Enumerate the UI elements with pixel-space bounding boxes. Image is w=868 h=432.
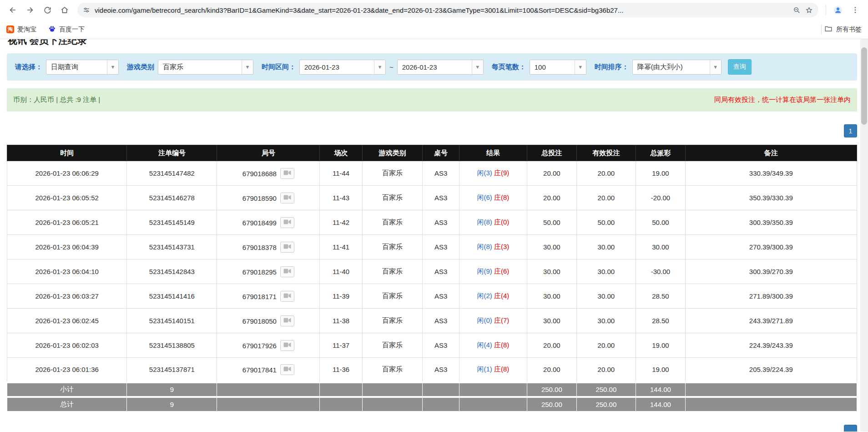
col-result: 结果 [459,145,527,161]
cell-valid-bet: 30.00 [576,284,636,309]
video-camera-icon [283,219,291,226]
bookmarks-divider [821,25,822,35]
cell-remark: 300.39/350.39 [685,210,857,235]
summary-empty-cell [423,382,459,397]
cell-total-bet[interactable]: 30.00 [527,309,576,333]
date-start-input[interactable]: 2026-01-23 ▼ [299,60,386,75]
video-camera-icon [283,293,291,300]
back-icon [8,5,17,15]
table-row: 2026-01-23 06:02:45523145140151679018050… [7,309,857,333]
profile-button[interactable] [830,2,846,18]
cell-round-id: 679018171 [217,284,320,309]
cell-time: 2026-01-23 06:02:03 [7,333,127,358]
reload-button[interactable] [39,2,56,18]
forward-icon [25,5,35,15]
video-replay-button[interactable] [280,340,294,351]
round-id-text: 679018499 [242,219,277,226]
cell-payout: 50.00 [636,210,685,235]
filter-bar: 请选择： 日期查询 ▼ 游戏类别 百家乐 ▼ 时间区间： 2026-01-23 … [7,53,857,81]
cell-remark: 270.39/300.39 [685,235,857,259]
video-replay-button[interactable] [280,315,294,326]
cell-table-no: AS3 [423,259,459,284]
cell-total-bet[interactable]: 30.00 [527,259,576,284]
cell-total-bet[interactable]: 20.00 [527,161,576,186]
cell-total-bet[interactable]: 20.00 [527,333,576,358]
cell-time: 2026-01-23 06:06:29 [7,161,127,186]
cell-valid-bet: 30.00 [576,309,636,333]
cell-table-no: AS3 [423,186,459,210]
cell-result: 闲(8) 庄(3) [459,235,527,259]
back-button[interactable] [5,2,21,18]
url-bar[interactable]: videoie.com/game/betrecord_search/kind3?… [77,3,818,17]
video-replay-button[interactable] [280,217,294,228]
url-text[interactable]: videoie.com/game/betrecord_search/kind3?… [95,6,788,14]
cell-total-bet[interactable]: 50.00 [527,210,576,235]
cell-result: 闲(0) 庄(7) [459,309,527,333]
video-replay-button[interactable] [280,266,294,277]
chevron-down-icon[interactable]: ▼ [710,60,721,74]
page-scrollbar[interactable] [860,39,868,432]
cell-bet-id: 523145142843 [127,259,217,284]
cell-session: 11-44 [320,161,362,186]
cell-time: 2026-01-23 06:05:52 [7,186,127,210]
video-replay-button[interactable] [280,193,294,203]
cell-total-bet[interactable]: 20.00 [527,358,576,382]
browser-menu-button[interactable] [847,2,863,18]
query-type-select[interactable]: 日期查询 ▼ [46,60,119,75]
cell-time: 2026-01-23 06:04:10 [7,259,127,284]
sort-value: 降幂(由大到小) [633,60,710,74]
page-1-button[interactable]: 1 [844,124,857,137]
zoom-icon[interactable] [793,6,801,14]
cell-valid-bet: 20.00 [576,186,636,210]
home-button[interactable] [56,2,73,18]
summary-valid-bet: 250.00 [576,382,636,397]
summary-empty-cell [423,397,459,412]
page-size-select[interactable]: 100 ▼ [530,60,586,75]
summary-empty-cell [320,397,362,412]
result-banker: 庄(3) [494,243,509,250]
video-replay-button[interactable] [280,291,294,302]
cell-total-bet[interactable]: 30.00 [527,235,576,259]
video-replay-button[interactable] [280,364,294,375]
site-settings-icon[interactable] [83,6,90,14]
bookmark-baidu[interactable]: 百度一下 [48,25,85,34]
game-type-select[interactable]: 百家乐 ▼ [158,60,253,75]
scrollbar-thumb[interactable] [861,47,867,125]
col-valid-bet: 有效投注 [576,145,636,161]
summary-empty-cell [685,397,857,412]
cell-total-bet[interactable]: 20.00 [527,186,576,210]
summary-row: 总计9250.00250.00144.00 [7,397,857,412]
cell-bet-id: 523145147482 [127,161,217,186]
search-button[interactable]: 查询 [728,59,752,75]
bookmark-aitaobao[interactable]: 淘 爱淘宝 [6,25,36,34]
sort-select[interactable]: 降幂(由大到小) ▼ [632,60,722,75]
cell-bet-id: 523145143731 [127,235,217,259]
cell-remark: 224.39/243.39 [685,333,857,358]
chevron-down-icon[interactable]: ▼ [374,60,385,74]
cell-total-bet[interactable]: 30.00 [527,284,576,309]
bookmark-label: 爱淘宝 [17,25,36,34]
chevron-down-icon[interactable]: ▼ [242,60,253,74]
video-replay-button[interactable] [280,242,294,253]
cell-game-type: 百家乐 [362,186,423,210]
forward-button[interactable] [22,2,38,18]
query-type-value: 日期查询 [46,60,107,74]
cell-game-type: 百家乐 [362,235,423,259]
bookmark-star-icon[interactable] [805,6,813,14]
col-table-no: 桌号 [423,145,459,161]
cell-payout: 28.50 [636,284,685,309]
round-id-text: 679018171 [242,292,277,300]
pagination-bottom-partial[interactable] [844,425,857,432]
chevron-down-icon[interactable]: ▼ [472,60,483,74]
cell-bet-id: 523145146278 [127,186,217,210]
chevron-down-icon[interactable]: ▼ [575,60,586,74]
cell-remark: 350.39/330.39 [685,186,857,210]
cell-table-no: AS3 [423,210,459,235]
date-end-input[interactable]: 2026-01-23 ▼ [397,60,484,75]
video-replay-button[interactable] [280,168,294,179]
baidu-icon [48,25,56,34]
result-player: 闲(0) [477,316,492,324]
chevron-down-icon[interactable]: ▼ [107,60,118,74]
page-title: 视讯 会员下注纪录 [8,39,857,46]
all-bookmarks-button[interactable]: 所有书签 [824,25,862,34]
